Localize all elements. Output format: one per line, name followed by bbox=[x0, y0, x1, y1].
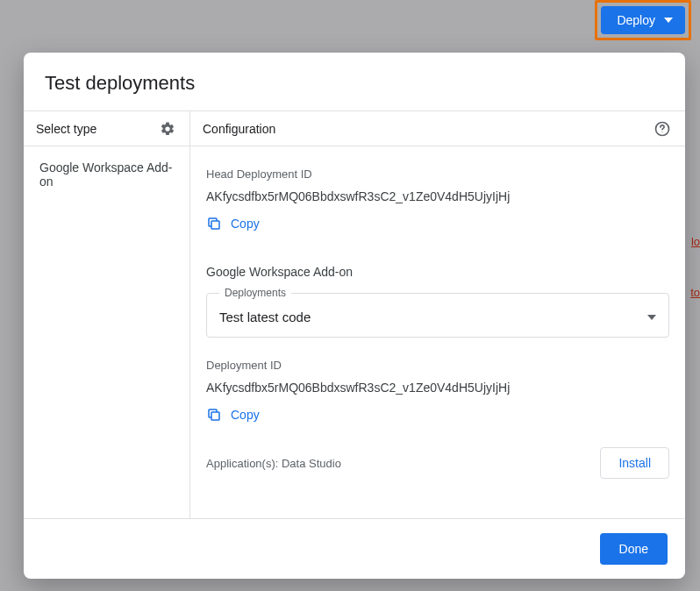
modal-footer: Done bbox=[24, 519, 685, 579]
modal: Test deployments Select type Google Work… bbox=[24, 53, 685, 579]
config-content: Head Deployment ID AKfycsdfbx5rMQ06Bbdxs… bbox=[190, 146, 685, 518]
right-panel-header: Configuration bbox=[190, 111, 685, 146]
left-panel-header: Select type bbox=[24, 111, 189, 146]
svg-rect-2 bbox=[211, 221, 219, 229]
deployment-id-value: AKfycsdfbx5rMQ06BbdxswfR3sC2_v1Ze0V4dH5U… bbox=[206, 381, 669, 395]
deployments-value-row: Test latest code bbox=[219, 310, 656, 324]
deploy-highlight: Deploy bbox=[595, 0, 691, 40]
chevron-down-icon bbox=[664, 18, 673, 23]
help-button[interactable] bbox=[652, 118, 673, 139]
bg-link-2: to bbox=[690, 286, 700, 299]
copy-icon bbox=[206, 407, 222, 423]
svg-point-1 bbox=[662, 132, 663, 132]
modal-body: Select type Google Workspace Add-on Conf… bbox=[24, 111, 685, 519]
modal-title: Test deployments bbox=[24, 53, 685, 111]
deployments-selected-value: Test latest code bbox=[219, 310, 311, 324]
done-button[interactable]: Done bbox=[600, 533, 668, 565]
copy-label: Copy bbox=[231, 408, 260, 422]
chevron-down-icon bbox=[647, 315, 656, 320]
deploy-button[interactable]: Deploy bbox=[601, 6, 685, 34]
deployments-select[interactable]: Deployments Test latest code bbox=[206, 293, 669, 338]
settings-button[interactable] bbox=[158, 119, 177, 139]
deployment-id-label: Deployment ID bbox=[206, 359, 669, 372]
bg-link-1: lo bbox=[691, 235, 700, 248]
select-type-label: Select type bbox=[36, 122, 96, 136]
copy-icon bbox=[206, 216, 222, 231]
head-deployment-id-value: AKfycsdfbx5rMQ06BbdxswfR3sC2_v1Ze0V4dH5U… bbox=[206, 189, 669, 203]
head-deployment-id-label: Head Deployment ID bbox=[206, 167, 669, 181]
deployments-legend: Deployments bbox=[219, 287, 291, 299]
copy-label: Copy bbox=[231, 217, 260, 231]
addon-section-title: Google Workspace Add-on bbox=[206, 265, 669, 279]
left-panel: Select type Google Workspace Add-on bbox=[24, 111, 190, 518]
configuration-label: Configuration bbox=[203, 122, 275, 136]
gear-icon bbox=[160, 121, 175, 137]
type-item-google-workspace-addon[interactable]: Google Workspace Add-on bbox=[24, 146, 189, 203]
deploy-button-label: Deploy bbox=[617, 13, 655, 27]
copy-deployment-id-button[interactable]: Copy bbox=[206, 407, 260, 423]
copy-head-id-button[interactable]: Copy bbox=[206, 216, 260, 231]
applications-label: Application(s): Data Studio bbox=[206, 457, 341, 470]
help-icon bbox=[654, 120, 671, 138]
install-button[interactable]: Install bbox=[600, 447, 669, 479]
svg-rect-3 bbox=[211, 412, 219, 420]
bg-header: Deploy bbox=[0, 0, 700, 49]
applications-row: Application(s): Data Studio Install bbox=[206, 447, 669, 479]
right-panel: Configuration Head Deployment ID AKfycsd… bbox=[190, 111, 685, 518]
